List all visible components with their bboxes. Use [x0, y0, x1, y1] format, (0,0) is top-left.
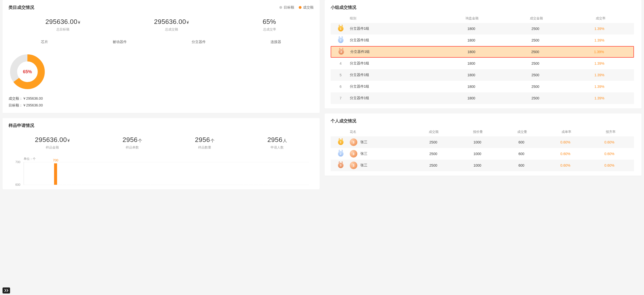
category-deal-card: 类目成交情况 目标额 成交额 295636.00¥总目标额295636.00¥总…: [3, 0, 320, 113]
table-row[interactable]: 2 分立器件1组 1800 2500 1.39%: [331, 34, 634, 46]
group-table-header: 组别 询盘金额 成交金额 成交率: [331, 14, 636, 23]
medal-3-icon: 3: [338, 49, 344, 55]
sample-bar-chart: 700 600 700: [24, 162, 309, 185]
dot-grey-icon: [279, 6, 282, 9]
bar-axis-unit: 单位：个: [24, 157, 314, 161]
avatar-icon: 3: [350, 162, 357, 169]
legend-target: 目标额: [279, 5, 294, 10]
personal-table-header: 花名 成交额 报价量 成交量 成单率 报齐率: [331, 127, 636, 136]
medal-3-icon: 3: [338, 163, 344, 168]
category-legend: 目标额 成交额: [279, 5, 314, 10]
ytick-700: 700: [15, 160, 20, 164]
table-row[interactable]: 7 分立器件1组 1800 2500 1.39%: [331, 92, 634, 104]
sample-apply-card: 样品申请情况 295636.00¥样品金额2956个样品单数2956个样品数量2…: [3, 118, 320, 189]
personal-table-body[interactable]: 1 3张三 2500 1000 600 0.60% 0.60% 2 3张三 25…: [331, 136, 636, 171]
donut-values: 成交额：￥295636.00 目标额：￥295636.00: [9, 95, 314, 108]
table-row[interactable]: 1 3张三 2500 1000 600 0.60% 0.60%: [331, 136, 634, 148]
personal-title: 个人成交情况: [331, 118, 636, 124]
kpi-item: 2956人申请人数: [267, 136, 287, 150]
group-table-body[interactable]: 1 分立器件1组 1800 2500 1.39% 2 分立器件1组 1800 2…: [331, 23, 636, 104]
personal-deal-card: 个人成交情况 花名 成交额 报价量 成交量 成单率 报齐率 1 3张三 2500…: [325, 114, 642, 176]
sample-kpi-row: 295636.00¥样品金额2956个样品单数2956个样品数量2956人申请人…: [9, 136, 314, 150]
table-row[interactable]: 2 3张三 2500 1000 600 0.60% 0.60%: [331, 148, 634, 160]
bar-1-label: 700: [53, 158, 58, 162]
table-row[interactable]: 6 分立器件1组 1800 2500 1.39%: [331, 81, 634, 92]
medal-1-icon: 1: [338, 26, 344, 31]
medal-1-icon: 1: [338, 139, 344, 145]
kpi-item: 2956个样品数量: [195, 136, 214, 150]
table-row[interactable]: 5 分立器件1组 1800 2500 1.39%: [331, 69, 634, 81]
avatar-icon: 3: [350, 138, 357, 146]
avatar-icon: 3: [350, 150, 357, 158]
category-tab[interactable]: 分立器件: [192, 39, 206, 45]
category-tab[interactable]: 被动器件: [113, 39, 127, 45]
table-row[interactable]: 4 分立器件1组 1800 2500 1.39%: [331, 58, 634, 69]
table-row[interactable]: 3 3张三 2500 1000 600 0.60% 0.60%: [331, 160, 634, 171]
table-row[interactable]: 3 分立器件1组 1800 2500 1.39%: [331, 46, 634, 58]
kpi-item: 2956个样品单数: [122, 136, 142, 150]
kpi-item: 295636.00¥总目标额: [46, 18, 80, 32]
sample-title: 样品申请情况: [9, 123, 314, 128]
donut-chart: 65%: [9, 53, 46, 91]
category-tab[interactable]: 连接器: [271, 39, 281, 45]
kpi-item: 295636.00¥样品金额: [35, 136, 70, 150]
kpi-item: 65%总成交率: [263, 18, 277, 32]
legend-actual: 成交额: [299, 5, 314, 10]
donut-center-label: 65%: [9, 53, 46, 91]
category-card-title: 类目成交情况 目标额 成交额: [9, 5, 314, 10]
group-title: 小组成交情况: [331, 5, 636, 10]
category-title-text: 类目成交情况: [9, 5, 34, 10]
group-deal-card: 小组成交情况 组别 询盘金额 成交金额 成交率 1 分立器件1组 1800 25…: [325, 0, 642, 108]
kpi-item: 295636.00¥总成交额: [154, 18, 189, 32]
category-tab[interactable]: 芯片: [41, 39, 48, 45]
dot-orange-icon: [299, 6, 302, 9]
category-kpi-row: 295636.00¥总目标额295636.00¥总成交额65%总成交率: [9, 18, 314, 32]
table-row[interactable]: 1 分立器件1组 1800 2500 1.39%: [331, 23, 634, 34]
bar-1: [54, 163, 57, 185]
medal-2-icon: 2: [338, 38, 344, 43]
medal-2-icon: 2: [338, 151, 344, 157]
category-tabs: 芯片被动器件分立器件连接器: [9, 39, 314, 45]
ytick-600: 600: [15, 183, 20, 187]
